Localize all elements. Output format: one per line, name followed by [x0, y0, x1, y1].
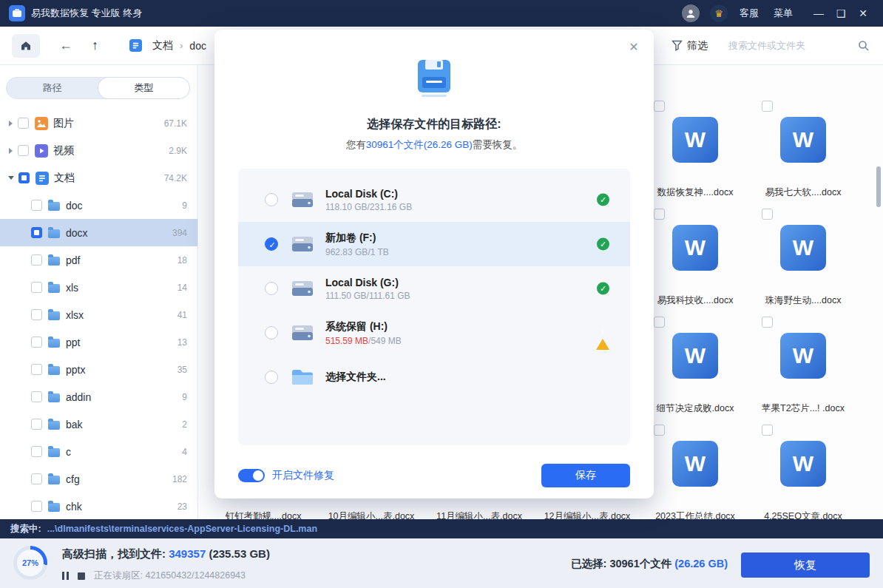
- drive-row-g[interactable]: Local Disk (G:) 111.50 GB/111.61 GB: [238, 266, 630, 311]
- file-name: 苹果T2芯片...! .docx: [751, 402, 856, 415]
- checkbox[interactable]: [31, 254, 42, 266]
- maximize-icon[interactable]: ❑: [830, 7, 852, 19]
- sidebar-item-xls[interactable]: xls 14: [0, 274, 197, 301]
- checkbox[interactable]: [762, 209, 773, 220]
- chevron-down-icon[interactable]: [8, 176, 14, 180]
- user-avatar[interactable]: [682, 4, 700, 22]
- file-cell[interactable]: 细节决定成败.docx: [641, 312, 749, 422]
- file-cell[interactable]: 4.25SEO文章.docx: [749, 420, 857, 519]
- sidebar-item-docx[interactable]: docx 394: [0, 219, 197, 246]
- up-button[interactable]: ↑: [92, 38, 98, 53]
- support-link[interactable]: 客服: [740, 7, 759, 20]
- checkbox-partial[interactable]: [31, 227, 42, 238]
- checkbox[interactable]: [762, 317, 773, 328]
- chevron-right-icon[interactable]: [9, 148, 13, 154]
- stop-icon[interactable]: [78, 572, 85, 580]
- file-cell[interactable]: 珠海野生动....docx: [749, 204, 857, 314]
- home-button[interactable]: [12, 34, 40, 58]
- funnel-icon: [671, 40, 683, 51]
- radio-button[interactable]: [265, 326, 278, 339]
- sidebar-item-pptx[interactable]: pptx 35: [0, 356, 197, 383]
- checkbox[interactable]: [18, 118, 29, 129]
- search-input[interactable]: [727, 39, 852, 52]
- sidebar-item-pdf[interactable]: pdf 18: [0, 246, 197, 274]
- radio-button[interactable]: [265, 371, 278, 384]
- drive-capacity: 515.59 MB/549 MB: [325, 336, 402, 346]
- word-file-icon: [780, 333, 826, 379]
- checkbox[interactable]: [654, 101, 665, 112]
- chevron-right-icon[interactable]: [9, 121, 13, 126]
- file-repair-toggle[interactable]: [238, 469, 265, 482]
- checkbox[interactable]: [31, 200, 42, 211]
- file-cell[interactable]: 苹果T2芯片...! .docx: [749, 312, 857, 422]
- choose-folder-label: 选择文件夹...: [325, 371, 386, 384]
- checkbox-partial[interactable]: [18, 172, 30, 183]
- filter-button[interactable]: 筛选: [671, 39, 708, 53]
- checkbox[interactable]: [31, 309, 42, 320]
- back-button[interactable]: ←: [59, 38, 72, 53]
- status-ok-icon: [597, 238, 609, 251]
- sidebar-tabs: 路径 类型: [6, 77, 190, 99]
- checkbox[interactable]: [654, 425, 665, 436]
- breadcrumb: 文档 › doc: [129, 39, 206, 53]
- checkbox[interactable]: [31, 391, 42, 402]
- sidebar-group-videos[interactable]: 视频 2.9K: [0, 137, 197, 164]
- sidebar-item-xlsx[interactable]: xlsx 41: [0, 301, 197, 328]
- checkbox[interactable]: [18, 145, 29, 156]
- scrollbar[interactable]: [876, 166, 881, 207]
- sidebar-item-cfg[interactable]: cfg 182: [0, 465, 197, 493]
- file-name: 2023工作总结.docx: [643, 510, 748, 519]
- checkbox[interactable]: [31, 446, 42, 457]
- sidebar-item-bak[interactable]: bak 2: [0, 410, 197, 438]
- folder-icon: [48, 229, 60, 238]
- sidebar-group-documents[interactable]: 文档 74.2K: [0, 164, 197, 192]
- file-name: 12月编辑小...表.docx: [535, 510, 640, 519]
- file-cell[interactable]: 易我七大软....docx: [749, 96, 857, 206]
- drive-row-c[interactable]: Local Disk (C:) 118.10 GB/231.16 GB: [238, 178, 630, 222]
- status-ok-icon: [597, 283, 609, 295]
- menu-link[interactable]: 菜单: [774, 7, 793, 20]
- radio-button[interactable]: [265, 282, 278, 295]
- drive-row-f[interactable]: 新加卷 (F:) 962.83 GB/1 TB: [238, 222, 630, 266]
- pause-icon[interactable]: [62, 572, 69, 580]
- drive-row-h[interactable]: 系统保留 (H:) 515.59 MB/549 MB: [238, 311, 630, 355]
- breadcrumb-child[interactable]: doc: [189, 40, 206, 52]
- sidebar-item-ppt[interactable]: ppt 13: [0, 328, 197, 356]
- checkbox[interactable]: [654, 317, 665, 328]
- checkbox[interactable]: [31, 282, 42, 293]
- file-cell[interactable]: 2023工作总结.docx: [641, 420, 749, 519]
- sidebar-item-doc[interactable]: doc 9: [0, 192, 197, 219]
- choose-folder-row[interactable]: 选择文件夹...: [238, 355, 630, 399]
- close-window-icon[interactable]: ✕: [852, 7, 874, 19]
- vip-crown-icon[interactable]: ♛: [710, 4, 728, 22]
- save-button[interactable]: 保存: [541, 464, 630, 487]
- sidebar-item-c[interactable]: c 4: [0, 438, 197, 465]
- checkbox[interactable]: [762, 101, 773, 112]
- dialog-subtitle: 您有30961个文件(26.26 GB)需要恢复。: [214, 138, 654, 152]
- file-cell[interactable]: 易我科技收....docx: [641, 204, 749, 314]
- radio-button[interactable]: [265, 193, 278, 206]
- drive-capacity: 962.83 GB/1 TB: [325, 247, 389, 257]
- recover-button[interactable]: 恢复: [741, 552, 870, 578]
- file-cell[interactable]: 数据恢复神....docx: [641, 96, 749, 206]
- window-title: 易我数据恢复 专业版 终身: [31, 7, 142, 20]
- sidebar-group-images[interactable]: 图片 67.1K: [0, 109, 197, 137]
- radio-button-selected[interactable]: [265, 237, 278, 251]
- checkbox[interactable]: [31, 419, 42, 430]
- checkbox[interactable]: [654, 209, 665, 220]
- search-icon[interactable]: [858, 40, 870, 52]
- sector-value: 421650432/1244826943: [145, 570, 246, 581]
- tab-path[interactable]: 路径: [7, 78, 98, 98]
- checkbox[interactable]: [31, 501, 42, 512]
- sidebar-item-addin[interactable]: addin 9: [0, 383, 197, 410]
- checkbox[interactable]: [31, 364, 42, 375]
- tab-type[interactable]: 类型: [98, 78, 190, 98]
- checkbox[interactable]: [762, 425, 773, 436]
- sidebar-item-chk[interactable]: chk 23: [0, 493, 197, 520]
- checkbox[interactable]: [31, 473, 42, 484]
- breadcrumb-root[interactable]: 文档: [152, 39, 173, 53]
- scan-controls: 正在读扇区: 421650432/1244826943: [62, 570, 246, 582]
- close-icon[interactable]: ✕: [626, 38, 642, 55]
- minimize-icon[interactable]: —: [808, 7, 830, 19]
- checkbox[interactable]: [31, 337, 42, 348]
